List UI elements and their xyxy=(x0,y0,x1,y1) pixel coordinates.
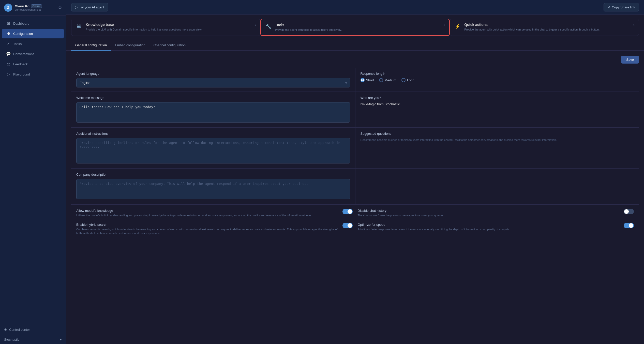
radio-short[interactable]: Short xyxy=(361,78,374,82)
try-agent-label: Try your AI agent xyxy=(79,5,104,9)
user-email: demos@stochastic.ai xyxy=(15,8,42,11)
avatar: G xyxy=(4,4,12,12)
radio-medium[interactable]: Medium xyxy=(379,78,396,82)
tab-embed[interactable]: Embed configuration xyxy=(111,40,149,51)
sidebar-item-tasks[interactable]: ✓ Tasks xyxy=(2,39,64,49)
quick-actions-chevron-icon: › xyxy=(633,23,635,27)
toggle-enable-hybrid-search: Enable hybrid search Combines semantic s… xyxy=(76,223,353,235)
knowledge-base-desc: Provide the LLM with Domain-specific inf… xyxy=(86,28,251,32)
welcome-message-section: Welcome message Hello there! How can I h… xyxy=(71,92,355,128)
sidebar-item-playground[interactable]: ▷ Playground xyxy=(2,69,64,79)
toggle-disable-chat-history: Disable chat history The chatbot won't u… xyxy=(358,209,634,217)
toggle-disable-chat-history-desc: The chatbot won't use the previous messa… xyxy=(358,214,621,217)
owner-badge: Owner xyxy=(31,4,42,8)
playground-icon: ▷ xyxy=(6,72,11,77)
toggle-enable-hybrid-search-desc: Combines semantic search, which understa… xyxy=(76,228,339,235)
toggle-enable-hybrid-search-text: Enable hybrid search Combines semantic s… xyxy=(76,223,339,235)
sidebar-item-dashboard[interactable]: ⊞ Dashboard xyxy=(2,19,64,28)
settings-icon[interactable]: ⚙ xyxy=(58,5,62,10)
welcome-message-input[interactable]: Hello there! How can I help you today? xyxy=(76,102,350,123)
control-center-label: Control center xyxy=(9,328,30,332)
tab-channel[interactable]: Channel configuration xyxy=(149,40,190,51)
sidebar-header: G Glenn Ko Owner demos@stochastic.ai ⚙ xyxy=(0,0,66,16)
sidebar: G Glenn Ko Owner demos@stochastic.ai ⚙ ⊞… xyxy=(0,0,66,344)
quick-actions-content: Quick actions Provide the agent with qui… xyxy=(464,23,630,32)
tools-title: Tools xyxy=(275,23,441,27)
radio-medium-label: Medium xyxy=(385,78,396,82)
tools-card[interactable]: 🔧 Tools Provide the agent with tools to … xyxy=(260,19,450,36)
agent-language-label: Agent language xyxy=(76,72,350,76)
tabs: General configuration Embed configuratio… xyxy=(66,40,644,51)
response-length-label: Response length xyxy=(361,72,634,76)
quick-actions-icon: ⚡ xyxy=(454,23,461,30)
quick-actions-card[interactable]: ⚡ Quick actions Provide the agent with q… xyxy=(450,19,639,36)
radio-long-label: Long xyxy=(407,78,414,82)
form-grid: Agent language English Spanish French Ge… xyxy=(71,68,639,204)
toggle-allow-model-knowledge: Allow model's knowledge Utilizes the mod… xyxy=(76,209,353,217)
brand-chevron-icon: ▾ xyxy=(60,338,62,341)
toggle-allow-model-knowledge-title: Allow model's knowledge xyxy=(76,209,339,213)
try-agent-icon: ▷ xyxy=(75,5,78,9)
quick-actions-title: Quick actions xyxy=(464,23,630,27)
stochastic-brand[interactable]: Stochastic ▾ xyxy=(0,335,66,344)
toggle-disable-chat-history-text: Disable chat history The chatbot won't u… xyxy=(358,209,621,217)
tools-desc: Provide the agent with tools to assist u… xyxy=(275,28,441,32)
tab-general[interactable]: General configuration xyxy=(71,40,111,51)
user-details: Glenn Ko Owner demos@stochastic.ai xyxy=(15,4,42,11)
suggested-questions-desc: Recommend possible queries or topics to … xyxy=(361,138,634,142)
conversations-icon: 💬 xyxy=(6,52,11,56)
sidebar-item-feedback[interactable]: ◎ Feedback xyxy=(2,59,64,69)
toggle-enable-hybrid-search-switch[interactable] xyxy=(342,223,353,228)
response-length-radio-group: Short Medium Long xyxy=(361,78,634,82)
toggle-optimize-for-speed-switch[interactable] xyxy=(624,223,634,228)
additional-instructions-label: Additional instructions xyxy=(76,132,350,136)
toggle-disable-chat-history-switch[interactable] xyxy=(624,209,634,214)
cards-area: 🏛 Knowledge base Provide the LLM with Do… xyxy=(66,15,644,40)
configuration-icon: ⚙ xyxy=(6,31,11,36)
user-name-text: Glenn Ko xyxy=(15,4,29,8)
sidebar-item-configuration[interactable]: ⚙ Configuration xyxy=(2,29,64,38)
toggle-allow-model-knowledge-text: Allow model's knowledge Utilizes the mod… xyxy=(76,209,339,217)
main-content: ▷ Try your AI agent ↗ Copy Share link 🏛 … xyxy=(66,0,644,344)
additional-instructions-input[interactable] xyxy=(76,138,350,163)
who-are-you-value: I'm xMagic from Stochastic xyxy=(361,102,634,106)
save-button[interactable]: Save xyxy=(621,56,639,64)
knowledge-base-icon: 🏛 xyxy=(76,23,83,30)
knowledge-base-card[interactable]: 🏛 Knowledge base Provide the LLM with Do… xyxy=(71,19,260,36)
agent-language-select[interactable]: English Spanish French German Japanese xyxy=(76,78,350,87)
tasks-icon: ✓ xyxy=(6,41,11,46)
sidebar-item-label: Tasks xyxy=(13,42,22,46)
feedback-icon: ◎ xyxy=(6,62,11,66)
control-center-icon: ◈ xyxy=(4,327,7,332)
toggle-optimize-for-speed-title: Optimize for speed xyxy=(358,223,621,227)
tools-content: Tools Provide the agent with tools to as… xyxy=(275,23,441,32)
share-icon: ↗ xyxy=(607,5,610,9)
toggle-disable-chat-history-title: Disable chat history xyxy=(358,209,621,213)
radio-medium-circle xyxy=(379,78,383,82)
copy-share-button[interactable]: ↗ Copy Share link xyxy=(604,3,639,11)
quick-actions-desc: Provide the agent with quick action whic… xyxy=(464,28,630,32)
who-are-you-label: Who are you? xyxy=(361,96,634,100)
who-are-you-section: Who are you? I'm xMagic from Stochastic xyxy=(355,92,639,128)
company-description-input[interactable] xyxy=(76,179,350,199)
copy-share-label: Copy Share link xyxy=(612,5,635,9)
toggles-area: Allow model's knowledge Utilizes the mod… xyxy=(71,204,639,239)
sidebar-item-conversations[interactable]: 💬 Conversations xyxy=(2,49,64,59)
toggle-allow-model-knowledge-switch[interactable] xyxy=(342,209,353,214)
toggle-optimize-for-speed: Optimize for speed Prioritizes faster re… xyxy=(358,223,634,235)
sidebar-item-label: Playground xyxy=(13,72,30,76)
knowledge-base-content: Knowledge base Provide the LLM with Doma… xyxy=(86,23,251,32)
knowledge-base-chevron-icon: › xyxy=(254,23,256,27)
toggle-optimize-for-speed-desc: Prioritizes faster response times, even … xyxy=(358,228,621,231)
user-name-row: Glenn Ko Owner xyxy=(15,4,42,8)
content-area: Save Agent language English Spanish Fren… xyxy=(66,51,644,344)
try-agent-button[interactable]: ▷ Try your AI agent xyxy=(71,3,108,11)
brand-label: Stochastic xyxy=(4,338,19,341)
sidebar-nav: ⊞ Dashboard ⚙ Configuration ✓ Tasks 💬 Co… xyxy=(0,16,66,324)
tools-chevron-icon: › xyxy=(444,23,445,27)
response-length-section: Response length Short Medium Long xyxy=(355,68,639,92)
user-info-area: G Glenn Ko Owner demos@stochastic.ai xyxy=(4,4,42,12)
radio-long[interactable]: Long xyxy=(401,78,414,82)
knowledge-base-title: Knowledge base xyxy=(86,23,251,27)
control-center-item[interactable]: ◈ Control center xyxy=(0,324,66,335)
